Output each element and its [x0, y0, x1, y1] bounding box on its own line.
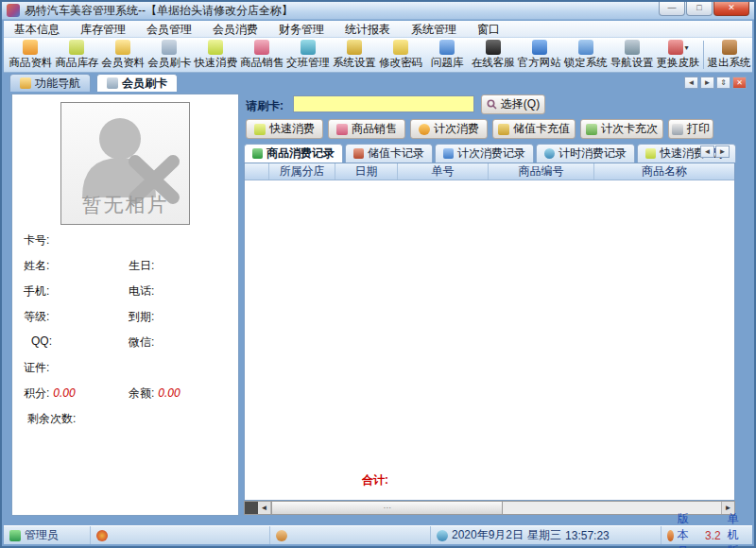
version-icon	[667, 530, 674, 541]
scrollbar-corner	[245, 502, 258, 514]
toolbar-goods-info[interactable]: 商品资料	[8, 38, 54, 72]
shift-icon	[301, 40, 316, 55]
toolbar-password[interactable]: 修改密码	[378, 38, 424, 72]
calendar-clock-icon	[437, 530, 448, 541]
tab-member-card[interactable]: 会员刷卡	[96, 74, 178, 92]
record-tab-scroll: ◄ ►	[700, 146, 730, 158]
goods-sale-button[interactable]: 商品销售	[328, 119, 405, 139]
table-header-date[interactable]: 日期	[335, 163, 398, 180]
swipe-card-label: 请刷卡:	[246, 98, 284, 114]
table-header-order-no[interactable]: 单号	[398, 163, 489, 180]
record-tab-bar: 商品消费记录 储值卡记录 计次消费记录 计时消费记录 快速消费记录	[244, 144, 736, 163]
field-balance: 余额:0.00	[129, 385, 180, 401]
version-edition: 单机版	[728, 511, 747, 548]
goods-sale-icon	[336, 124, 348, 135]
record-tab-time-sale[interactable]: 计时消费记录	[536, 144, 635, 163]
menu-window[interactable]: 窗口	[467, 21, 510, 38]
record-tab-stored-card[interactable]: 储值卡记录	[345, 144, 433, 163]
tab-scroll-left-icon[interactable]: ◄	[684, 77, 698, 89]
toolbar-goods-sale[interactable]: 商品销售	[239, 38, 285, 72]
record-scroll-left-icon[interactable]: ◄	[700, 146, 714, 158]
assistant-icon	[276, 530, 287, 541]
swipe-card-input[interactable]	[293, 95, 474, 112]
settings-icon	[347, 40, 362, 55]
toolbar-faq[interactable]: 问题库	[423, 38, 470, 72]
record-tab-count-sale[interactable]: 计次消费记录	[435, 144, 534, 163]
select-member-button[interactable]: 选择(Q)	[481, 94, 545, 114]
menu-finance-mgmt[interactable]: 财务管理	[268, 21, 335, 38]
table-header-goods-name[interactable]: 商品名称	[594, 163, 734, 180]
window-title: 易特汽车美容管理系统--【单据抬头请修改分店全称】	[25, 3, 293, 19]
field-remaining: 剩余次数:	[27, 411, 76, 426]
vip-icon	[96, 530, 108, 541]
toolbar-member-card[interactable]: 会员刷卡	[146, 38, 193, 72]
record-scroll-right-icon[interactable]: ►	[715, 146, 730, 158]
app-icon	[7, 4, 20, 17]
menu-stock-mgmt[interactable]: 库存管理	[70, 21, 136, 38]
field-expire: 到期:	[129, 309, 154, 324]
field-level: 等级:	[24, 309, 49, 324]
count-sale-button[interactable]: 计次消费	[410, 119, 488, 139]
menu-member-mgmt[interactable]: 会员管理	[136, 21, 202, 38]
print-button[interactable]: 打印	[668, 119, 713, 139]
table-header-row-indicator[interactable]	[245, 163, 269, 180]
tab-controls: ◄ ► ⇕ ✕	[684, 77, 747, 89]
quick-sale-icon	[254, 124, 266, 135]
tab-function-nav[interactable]: 功能导航	[9, 74, 91, 92]
count-recharge-button[interactable]: 计次卡充次	[580, 119, 663, 139]
member-card-icon	[162, 40, 177, 55]
toolbar-nav-settings[interactable]: 导航设置	[609, 38, 655, 72]
table-header-row: 所属分店 日期 单号 商品编号 商品名称	[245, 163, 734, 180]
maximize-button[interactable]: □	[686, 2, 713, 16]
skin-dropdown-arrow: ▾	[685, 43, 689, 52]
table-header-goods-code[interactable]: 商品编号	[489, 163, 594, 180]
table-header-branch[interactable]: 所属分店	[269, 163, 335, 180]
wallet-icon	[353, 148, 364, 159]
function-nav-icon	[20, 77, 31, 89]
scroll-left-arrow-icon[interactable]: ◄	[258, 502, 271, 514]
app-window: 易特汽车美容管理系统--【单据抬头请修改分店全称】 — □ ✕ 基本信息 库存管…	[0, 0, 756, 548]
tab-scroll-right-icon[interactable]: ►	[700, 77, 714, 89]
status-datetime-panel: 2020年9月2日 星期三 13:57:23	[431, 526, 662, 544]
scrollbar-thumb[interactable]: ⋯	[271, 502, 503, 514]
menu-report[interactable]: 统计报表	[335, 21, 401, 38]
search-icon	[487, 99, 497, 110]
toolbar-goods-stock[interactable]: 商品库存	[54, 38, 100, 72]
close-button[interactable]: ✕	[713, 2, 749, 16]
menu-basic-info[interactable]: 基本信息	[4, 21, 70, 38]
toolbar-shift-mgmt[interactable]: 交班管理	[285, 38, 332, 72]
field-wechat: 微信:	[129, 334, 154, 350]
member-panel: 暂无相片 卡号: 姓名: 生日: 手机: 电话: 等级: 到期: QQ: 微信:…	[11, 94, 239, 516]
status-user-panel: 管理员	[4, 526, 91, 544]
lock-icon	[578, 40, 593, 55]
quick-sale-button[interactable]: 快速消费	[246, 119, 323, 139]
toolbar-settings[interactable]: 系统设置	[332, 38, 378, 72]
tab-close-icon[interactable]: ✕	[732, 77, 747, 89]
toolbar-member-info[interactable]: 会员资料	[100, 38, 146, 72]
toolbar-exit-system[interactable]: 退出系统	[706, 38, 752, 72]
status-user: 管理员	[25, 527, 59, 543]
horizontal-scrollbar: ◄ ⋯ ►	[244, 501, 735, 515]
menu-member-sale[interactable]: 会员消费	[202, 21, 268, 38]
user-icon	[9, 530, 21, 541]
field-phone: 电话:	[129, 283, 154, 299]
exit-icon	[722, 40, 737, 55]
version-number: 3.2	[705, 529, 721, 542]
toolbar-lock-system[interactable]: 锁定系统	[562, 38, 609, 72]
toolbar-change-skin[interactable]: ▾ 更换皮肤	[655, 38, 701, 72]
recharge-button[interactable]: 储值卡充值	[492, 119, 576, 139]
clock-icon	[544, 148, 555, 159]
field-name: 姓名:	[24, 258, 49, 273]
tab-more-icon[interactable]: ⇕	[716, 77, 730, 89]
menu-bar: 基本信息 库存管理 会员管理 会员消费 财务管理 统计报表 系统管理 窗口	[4, 21, 752, 38]
minimize-button[interactable]: —	[659, 2, 685, 16]
title-bar: 易特汽车美容管理系统--【单据抬头请修改分店全称】	[2, 2, 754, 20]
menu-system-mgmt[interactable]: 系统管理	[401, 21, 467, 38]
toolbar-online-service[interactable]: 在线客服	[470, 38, 516, 72]
toolbar-website[interactable]: 官方网站	[516, 38, 562, 72]
count-recharge-icon	[586, 124, 597, 135]
member-info-icon	[115, 40, 130, 55]
toolbar-quick-sale[interactable]: 快速消费	[193, 38, 239, 72]
status-assistant-panel	[270, 526, 431, 544]
record-tab-goods-sale[interactable]: 商品消费记录	[244, 144, 343, 163]
